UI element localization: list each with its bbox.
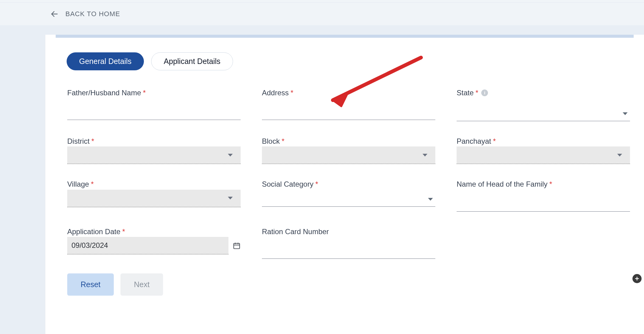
field-social-category: Social Category * [262, 179, 435, 211]
block-select[interactable] [262, 146, 435, 164]
field-block: Block * [262, 136, 435, 164]
field-label: Block * [262, 136, 435, 146]
svg-rect-1 [234, 243, 240, 248]
plus-icon [634, 276, 640, 282]
application-date-input[interactable]: 09/03/2024 [67, 237, 228, 255]
label-text: Application Date [67, 227, 120, 236]
tab-label: Applicant Details [164, 57, 220, 65]
form-grid: Father/Husband Name * Address * State * … [45, 70, 644, 259]
floating-add-button[interactable] [632, 274, 642, 283]
social-category-select[interactable] [262, 192, 435, 207]
chevron-down-icon [428, 198, 433, 201]
field-label: Application Date * [67, 227, 241, 236]
required-asterisk: * [475, 88, 478, 97]
field-father-husband-name: Father/Husband Name * [67, 88, 241, 121]
chevron-down-icon [228, 197, 233, 199]
label-text: Block [262, 136, 280, 146]
label-text: District [67, 136, 89, 146]
actions-row: Reset Next [45, 259, 644, 296]
top-strip [0, 0, 644, 2]
required-asterisk: * [143, 88, 146, 97]
tab-label: General Details [79, 57, 131, 65]
field-label: State * i [457, 88, 630, 97]
chevron-down-icon [623, 112, 628, 115]
info-icon[interactable]: i [481, 90, 488, 96]
tabs-row: General Details Applicant Details [45, 38, 644, 70]
field-panchayat: Panchayat * [457, 136, 630, 164]
field-district: District * [67, 136, 241, 164]
field-address: Address * [262, 88, 435, 121]
field-label: Address * [262, 88, 435, 97]
chevron-down-icon [228, 154, 233, 156]
state-select[interactable] [457, 107, 630, 121]
field-label: Social Category * [262, 179, 435, 189]
label-text: Village [67, 179, 89, 189]
field-state: State * i [457, 88, 630, 121]
field-label: Father/Husband Name * [67, 88, 241, 97]
arrow-left-icon [50, 10, 59, 18]
address-input[interactable] [262, 107, 435, 120]
label-text: Father/Husband Name [67, 88, 141, 97]
chevron-down-icon [617, 154, 622, 156]
father-husband-name-input[interactable] [67, 107, 241, 120]
village-select[interactable] [67, 190, 241, 207]
empty-cell [457, 227, 630, 259]
label-text: Ration Card Number [262, 227, 329, 236]
accent-bar [56, 35, 634, 38]
required-asterisk: * [282, 136, 284, 146]
required-asterisk: * [91, 136, 94, 146]
label-text: State [457, 88, 474, 97]
tab-applicant-details[interactable]: Applicant Details [151, 52, 233, 70]
field-label: Panchayat * [457, 136, 630, 146]
reset-button[interactable]: Reset [67, 273, 114, 296]
required-asterisk: * [91, 179, 94, 189]
label-text: Address [262, 88, 289, 97]
button-label: Next [134, 280, 149, 289]
date-value: 09/03/2024 [71, 241, 108, 250]
tab-general-details[interactable]: General Details [67, 52, 144, 70]
back-to-home-link[interactable]: BACK TO HOME [0, 2, 644, 25]
head-of-family-input[interactable] [457, 198, 630, 212]
button-label: Reset [81, 280, 100, 289]
field-head-of-family: Name of Head of the Family * [457, 179, 630, 211]
field-application-date: Application Date * 09/03/2024 [67, 227, 241, 259]
field-label: Name of Head of the Family * [457, 179, 630, 189]
required-asterisk: * [291, 88, 293, 97]
next-button[interactable]: Next [120, 273, 163, 296]
field-label: District * [67, 136, 241, 146]
field-label: Ration Card Number [262, 227, 435, 236]
back-label: BACK TO HOME [65, 10, 120, 18]
field-ration-card: Ration Card Number [262, 227, 435, 259]
content-card: General Details Applicant Details Father… [45, 35, 644, 334]
required-asterisk: * [122, 227, 125, 236]
field-label: Village * [67, 179, 241, 189]
district-select[interactable] [67, 146, 241, 164]
label-text: Social Category [262, 179, 313, 189]
label-text: Panchayat [457, 136, 491, 146]
chevron-down-icon [423, 154, 427, 156]
required-asterisk: * [549, 179, 552, 189]
panchayat-select[interactable] [457, 146, 630, 164]
ration-card-input[interactable] [262, 245, 435, 259]
required-asterisk: * [493, 136, 496, 146]
field-village: Village * [67, 179, 241, 211]
calendar-icon[interactable] [233, 242, 241, 250]
label-text: Name of Head of the Family [457, 179, 548, 189]
required-asterisk: * [315, 179, 318, 189]
page-root: BACK TO HOME General Details Applicant D… [0, 0, 644, 334]
